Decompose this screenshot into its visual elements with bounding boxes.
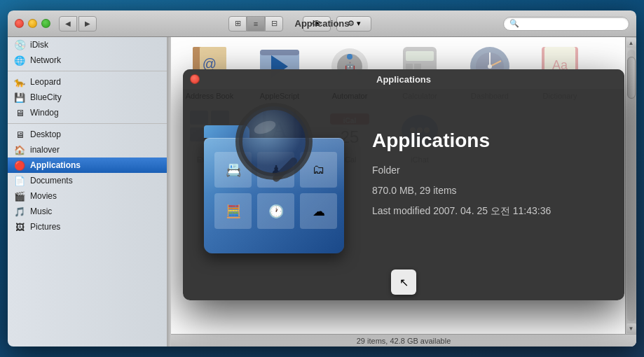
icon-view-button[interactable]: ⊞ [228, 16, 247, 31]
desktop-icon: 🖥 [13, 128, 26, 141]
music-icon: 🎵 [13, 205, 26, 218]
minimize-button[interactable] [28, 19, 37, 28]
sidebar-label-movies: Movies [30, 191, 57, 201]
popup-info: Applications Folder 870.0 MB, 29 items L… [365, 89, 624, 264]
popup-app-name: Applications [372, 130, 610, 152]
movies-icon: 🎬 [13, 190, 26, 202]
sidebar-item-desktop[interactable]: 🖥 Desktop [8, 127, 167, 142]
sidebar-label-bluecity: BlueCity [30, 92, 62, 102]
window-title: Applications [294, 18, 349, 29]
sidebar-item-leopard[interactable]: 🐆 Leopard [8, 74, 167, 90]
popup-modified: Last modified 2007. 04. 25 오전 11:43:36 [372, 204, 610, 218]
finder-window: ◀ ▶ ⊞ ≡ ⊟ 👁 ⚙ ▾ Applications 🔍 💿 i [8, 10, 636, 346]
sidebar-item-inalover[interactable]: 🏠 inalover [8, 142, 167, 158]
sidebar-label-windog: Windog [30, 108, 59, 118]
mini-icon-4: 🧮 [214, 193, 252, 229]
sidebar-label-network: Network [30, 55, 61, 65]
sidebar: 💿 iDisk 🌐 Network 🐆 Leopard 💾 BlueCity 🖥 [8, 37, 167, 346]
sidebar-item-documents[interactable]: 📄 Documents [8, 173, 167, 188]
main-content: @ Address Book [171, 37, 636, 346]
idisk-icon: 💿 [13, 38, 26, 51]
popup-kind: Folder [372, 163, 610, 178]
bluecity-icon: 💾 [13, 91, 26, 104]
title-bar: ◀ ▶ ⊞ ≡ ⊟ 👁 ⚙ ▾ Applications 🔍 [8, 10, 636, 37]
maximize-button[interactable] [41, 19, 50, 28]
mini-icon-5: 🕐 [257, 193, 294, 229]
chevron-down-icon: ▾ [357, 19, 361, 28]
windog-icon: 🖥 [13, 106, 26, 119]
list-view-button[interactable]: ≡ [247, 16, 265, 31]
sidebar-item-pictures[interactable]: 🖼 Pictures [8, 219, 167, 234]
documents-icon: 📄 [13, 174, 26, 187]
search-input[interactable]: 🔍 [503, 17, 629, 31]
sidebar-label-applications: Applications [30, 160, 81, 170]
sidebar-item-windog[interactable]: 🖥 Windog [8, 105, 167, 120]
sidebar-item-bluecity[interactable]: 💾 BlueCity [8, 90, 167, 105]
sidebar-label-idisk: iDisk [30, 40, 48, 50]
applications-icon: 🔴 [13, 159, 26, 172]
view-controls: ⊞ ≡ ⊟ [228, 16, 283, 31]
search-icon: 🔍 [509, 19, 519, 28]
sidebar-item-network[interactable]: 🌐 Network [8, 52, 167, 68]
cursor-area: ↖ [183, 264, 624, 300]
inalover-icon: 🏠 [13, 144, 26, 156]
sidebar-divider-1 [8, 71, 167, 71]
popup-icon-area: 📇 ♟ 🗂 🧮 🕐 ☁ [183, 89, 365, 264]
sidebar-item-applications[interactable]: 🔴 Applications [8, 158, 167, 173]
sidebar-item-idisk[interactable]: 💿 iDisk [8, 37, 167, 52]
popup-title-bar: Applications [183, 69, 624, 89]
popup-overlay: Applications 📇 ♟ [171, 37, 636, 346]
popup-folder-icon: 📇 ♟ 🗂 🧮 🕐 ☁ [197, 99, 351, 253]
mini-icon-6: ☁ [300, 193, 337, 229]
sidebar-label-desktop: Desktop [30, 130, 61, 139]
traffic-lights [15, 19, 50, 28]
sidebar-label-leopard: Leopard [30, 77, 61, 87]
popup-size: 870.0 MB, 29 items [372, 183, 610, 198]
column-view-button[interactable]: ⊟ [265, 16, 283, 31]
nav-buttons: ◀ ▶ [59, 16, 97, 31]
popup-content: 📇 ♟ 🗂 🧮 🕐 ☁ [183, 89, 624, 264]
magnifier [235, 103, 327, 197]
sidebar-label-music: Music [30, 206, 52, 216]
popup-close-button[interactable] [190, 74, 200, 84]
forward-button[interactable]: ▶ [78, 16, 97, 31]
back-button[interactable]: ◀ [59, 16, 77, 31]
popup-dialog: Applications 📇 ♟ [183, 69, 624, 300]
leopard-icon: 🐆 [13, 76, 26, 88]
sidebar-item-movies[interactable]: 🎬 Movies [8, 188, 167, 204]
sidebar-label-inalover: inalover [30, 145, 60, 155]
sidebar-label-pictures: Pictures [30, 222, 60, 232]
network-icon: 🌐 [13, 54, 26, 66]
sidebar-label-documents: Documents [30, 176, 73, 186]
cursor-icon: ↖ [391, 270, 416, 295]
close-button[interactable] [15, 19, 24, 28]
sidebar-item-music[interactable]: 🎵 Music [8, 204, 167, 219]
popup-title: Applications [376, 74, 431, 85]
svg-point-51 [239, 106, 309, 176]
sidebar-divider-2 [8, 123, 167, 124]
pictures-icon: 🖼 [13, 220, 26, 233]
content-area: 💿 iDisk 🌐 Network 🐆 Leopard 💾 BlueCity 🖥 [8, 37, 636, 346]
